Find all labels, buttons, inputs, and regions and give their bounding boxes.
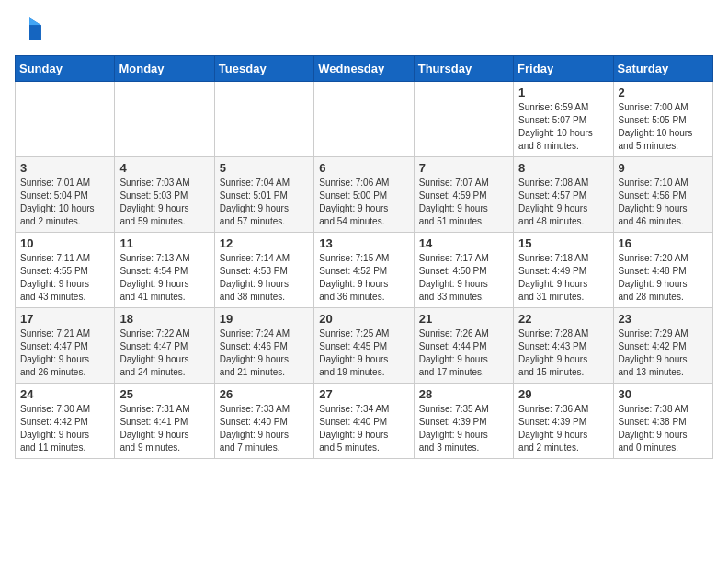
calendar-cell: 2Sunrise: 7:00 AM Sunset: 5:05 PM Daylig… bbox=[613, 82, 712, 157]
calendar-cell: 6Sunrise: 7:06 AM Sunset: 5:00 PM Daylig… bbox=[314, 157, 414, 233]
day-info: Sunrise: 7:29 AM Sunset: 4:42 PM Dayligh… bbox=[619, 327, 708, 379]
day-info: Sunrise: 7:00 AM Sunset: 5:05 PM Dayligh… bbox=[619, 101, 708, 153]
day-info: Sunrise: 7:33 AM Sunset: 4:40 PM Dayligh… bbox=[220, 403, 309, 454]
day-info: Sunrise: 7:35 AM Sunset: 4:39 PM Dayligh… bbox=[419, 403, 508, 454]
calendar-cell: 14Sunrise: 7:17 AM Sunset: 4:50 PM Dayli… bbox=[414, 233, 513, 308]
day-number: 7 bbox=[419, 161, 508, 175]
day-info: Sunrise: 7:18 AM Sunset: 4:49 PM Dayligh… bbox=[518, 252, 608, 304]
calendar-cell: 15Sunrise: 7:18 AM Sunset: 4:49 PM Dayli… bbox=[514, 233, 613, 308]
day-number: 18 bbox=[119, 312, 209, 326]
calendar-week-2: 3Sunrise: 7:01 AM Sunset: 5:04 PM Daylig… bbox=[16, 157, 713, 233]
day-number: 1 bbox=[518, 86, 608, 99]
day-number: 10 bbox=[20, 236, 109, 250]
calendar-cell bbox=[314, 82, 414, 157]
day-number: 3 bbox=[20, 161, 109, 175]
day-info: Sunrise: 7:14 AM Sunset: 4:53 PM Dayligh… bbox=[220, 252, 309, 304]
day-info: Sunrise: 7:38 AM Sunset: 4:38 PM Dayligh… bbox=[619, 403, 708, 454]
day-number: 2 bbox=[619, 86, 708, 99]
calendar-week-3: 10Sunrise: 7:11 AM Sunset: 4:55 PM Dayli… bbox=[16, 233, 713, 308]
calendar-cell: 13Sunrise: 7:15 AM Sunset: 4:52 PM Dayli… bbox=[314, 233, 414, 308]
day-number: 15 bbox=[518, 236, 608, 250]
day-info: Sunrise: 6:59 AM Sunset: 5:07 PM Dayligh… bbox=[518, 101, 608, 153]
day-number: 5 bbox=[220, 161, 309, 175]
calendar-cell: 17Sunrise: 7:21 AM Sunset: 4:47 PM Dayli… bbox=[16, 308, 115, 384]
page-header bbox=[15, 15, 713, 44]
svg-marker-1 bbox=[29, 17, 41, 25]
day-info: Sunrise: 7:34 AM Sunset: 4:40 PM Dayligh… bbox=[319, 403, 408, 454]
day-header-thursday: Thursday bbox=[414, 56, 513, 82]
day-info: Sunrise: 7:07 AM Sunset: 4:59 PM Dayligh… bbox=[419, 177, 508, 228]
day-number: 20 bbox=[319, 312, 408, 326]
day-number: 21 bbox=[419, 312, 508, 326]
logo bbox=[15, 15, 48, 44]
day-info: Sunrise: 7:26 AM Sunset: 4:44 PM Dayligh… bbox=[419, 327, 508, 379]
day-info: Sunrise: 7:10 AM Sunset: 4:56 PM Dayligh… bbox=[619, 177, 708, 228]
calendar-cell: 25Sunrise: 7:31 AM Sunset: 4:41 PM Dayli… bbox=[115, 384, 214, 459]
calendar-cell: 5Sunrise: 7:04 AM Sunset: 5:01 PM Daylig… bbox=[214, 157, 313, 233]
day-number: 17 bbox=[20, 312, 109, 326]
calendar-cell: 22Sunrise: 7:28 AM Sunset: 4:43 PM Dayli… bbox=[514, 308, 613, 384]
day-info: Sunrise: 7:24 AM Sunset: 4:46 PM Dayligh… bbox=[220, 327, 309, 379]
day-info: Sunrise: 7:06 AM Sunset: 5:00 PM Dayligh… bbox=[319, 177, 408, 228]
day-header-saturday: Saturday bbox=[613, 56, 712, 82]
calendar-cell: 21Sunrise: 7:26 AM Sunset: 4:44 PM Dayli… bbox=[414, 308, 513, 384]
day-number: 26 bbox=[220, 387, 309, 401]
day-header-tuesday: Tuesday bbox=[214, 56, 313, 82]
calendar-cell: 7Sunrise: 7:07 AM Sunset: 4:59 PM Daylig… bbox=[414, 157, 513, 233]
calendar-cell bbox=[414, 82, 513, 157]
day-header-sunday: Sunday bbox=[16, 56, 115, 82]
day-number: 23 bbox=[619, 312, 708, 326]
calendar-cell: 9Sunrise: 7:10 AM Sunset: 4:56 PM Daylig… bbox=[613, 157, 712, 233]
day-number: 22 bbox=[518, 312, 608, 326]
day-number: 29 bbox=[518, 387, 608, 401]
logo-icon bbox=[15, 15, 44, 44]
day-number: 12 bbox=[220, 236, 309, 250]
day-number: 27 bbox=[319, 387, 408, 401]
day-info: Sunrise: 7:01 AM Sunset: 5:04 PM Dayligh… bbox=[20, 177, 109, 228]
day-info: Sunrise: 7:13 AM Sunset: 4:54 PM Dayligh… bbox=[119, 252, 209, 304]
day-header-friday: Friday bbox=[514, 56, 613, 82]
day-number: 4 bbox=[119, 161, 209, 175]
calendar-cell: 26Sunrise: 7:33 AM Sunset: 4:40 PM Dayli… bbox=[214, 384, 313, 459]
svg-marker-2 bbox=[29, 25, 41, 40]
day-info: Sunrise: 7:21 AM Sunset: 4:47 PM Dayligh… bbox=[20, 327, 109, 379]
day-number: 19 bbox=[220, 312, 309, 326]
day-info: Sunrise: 7:11 AM Sunset: 4:55 PM Dayligh… bbox=[20, 252, 109, 304]
calendar-cell: 27Sunrise: 7:34 AM Sunset: 4:40 PM Dayli… bbox=[314, 384, 414, 459]
day-number: 25 bbox=[119, 387, 209, 401]
calendar-cell bbox=[115, 82, 214, 157]
calendar-table: SundayMondayTuesdayWednesdayThursdayFrid… bbox=[15, 55, 713, 459]
calendar-cell: 30Sunrise: 7:38 AM Sunset: 4:38 PM Dayli… bbox=[613, 384, 712, 459]
calendar-week-5: 24Sunrise: 7:30 AM Sunset: 4:42 PM Dayli… bbox=[16, 384, 713, 459]
day-number: 11 bbox=[119, 236, 209, 250]
calendar-cell: 18Sunrise: 7:22 AM Sunset: 4:47 PM Dayli… bbox=[115, 308, 214, 384]
day-info: Sunrise: 7:31 AM Sunset: 4:41 PM Dayligh… bbox=[119, 403, 209, 454]
day-info: Sunrise: 7:03 AM Sunset: 5:03 PM Dayligh… bbox=[119, 177, 209, 228]
calendar-cell bbox=[16, 82, 115, 157]
day-number: 13 bbox=[319, 236, 408, 250]
day-number: 16 bbox=[619, 236, 708, 250]
calendar-cell: 11Sunrise: 7:13 AM Sunset: 4:54 PM Dayli… bbox=[115, 233, 214, 308]
calendar-cell: 1Sunrise: 6:59 AM Sunset: 5:07 PM Daylig… bbox=[514, 82, 613, 157]
day-number: 6 bbox=[319, 161, 408, 175]
calendar-cell: 28Sunrise: 7:35 AM Sunset: 4:39 PM Dayli… bbox=[414, 384, 513, 459]
calendar-cell: 20Sunrise: 7:25 AM Sunset: 4:45 PM Dayli… bbox=[314, 308, 414, 384]
calendar-cell: 3Sunrise: 7:01 AM Sunset: 5:04 PM Daylig… bbox=[16, 157, 115, 233]
day-info: Sunrise: 7:15 AM Sunset: 4:52 PM Dayligh… bbox=[319, 252, 408, 304]
calendar-cell: 12Sunrise: 7:14 AM Sunset: 4:53 PM Dayli… bbox=[214, 233, 313, 308]
day-info: Sunrise: 7:08 AM Sunset: 4:57 PM Dayligh… bbox=[518, 177, 608, 228]
day-info: Sunrise: 7:20 AM Sunset: 4:48 PM Dayligh… bbox=[619, 252, 708, 304]
day-info: Sunrise: 7:17 AM Sunset: 4:50 PM Dayligh… bbox=[419, 252, 508, 304]
calendar-cell: 16Sunrise: 7:20 AM Sunset: 4:48 PM Dayli… bbox=[613, 233, 712, 308]
calendar-cell: 8Sunrise: 7:08 AM Sunset: 4:57 PM Daylig… bbox=[514, 157, 613, 233]
calendar-cell: 4Sunrise: 7:03 AM Sunset: 5:03 PM Daylig… bbox=[115, 157, 214, 233]
day-number: 8 bbox=[518, 161, 608, 175]
calendar-header-row: SundayMondayTuesdayWednesdayThursdayFrid… bbox=[16, 56, 713, 82]
calendar-cell: 10Sunrise: 7:11 AM Sunset: 4:55 PM Dayli… bbox=[16, 233, 115, 308]
day-number: 24 bbox=[20, 387, 109, 401]
day-info: Sunrise: 7:04 AM Sunset: 5:01 PM Dayligh… bbox=[220, 177, 309, 228]
calendar-cell bbox=[214, 82, 313, 157]
day-number: 14 bbox=[419, 236, 508, 250]
day-number: 30 bbox=[619, 387, 708, 401]
day-info: Sunrise: 7:36 AM Sunset: 4:39 PM Dayligh… bbox=[518, 403, 608, 454]
